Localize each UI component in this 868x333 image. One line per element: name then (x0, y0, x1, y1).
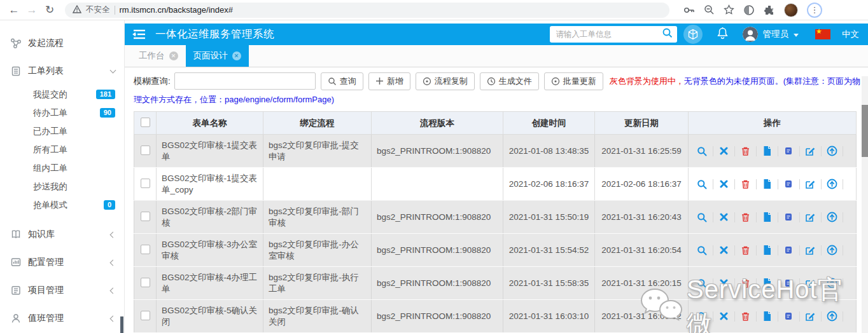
zoom-out-icon[interactable] (704, 4, 715, 15)
delete-trash-icon[interactable] (740, 146, 751, 156)
file-small-icon[interactable] (783, 146, 794, 156)
edit-icon[interactable] (805, 278, 816, 289)
search-icon (328, 77, 337, 86)
browser-forward-icon[interactable]: → (23, 1, 41, 19)
delete-trash-icon[interactable] (740, 311, 751, 322)
close-x-icon[interactable] (718, 245, 729, 255)
edit-icon[interactable] (805, 245, 816, 255)
process-version-cell: bgs2_PRINTROOM:1:908820 (372, 234, 503, 267)
ticket-search-input[interactable] (556, 30, 662, 39)
sidebar-scrollbar-thumb[interactable] (120, 316, 123, 333)
edit-icon[interactable] (805, 146, 816, 156)
scrollbar-thumb[interactable] (862, 105, 868, 157)
file-small-icon[interactable] (783, 245, 794, 255)
file-icon[interactable] (762, 179, 773, 189)
col-process-version: 流程版本 (372, 112, 503, 135)
delete-trash-icon[interactable] (740, 179, 751, 189)
sidebar-item-knowledge-base[interactable]: 知识库 (0, 221, 124, 248)
row-checkbox[interactable] (141, 311, 150, 320)
close-icon[interactable]: ✕ (232, 51, 241, 60)
sidebar-item-config-mgmt[interactable]: 配置管理 (0, 248, 124, 276)
file-icon[interactable] (762, 245, 773, 255)
view-search-icon[interactable] (697, 311, 708, 322)
close-x-icon[interactable] (718, 179, 729, 189)
publish-up-icon[interactable] (827, 245, 837, 255)
collapse-menu-icon[interactable] (132, 29, 146, 40)
browser-back-icon[interactable]: ← (5, 1, 23, 19)
row-checkbox[interactable] (141, 179, 150, 188)
file-small-icon[interactable] (783, 212, 794, 222)
notification-bell-icon[interactable] (717, 27, 729, 43)
sidebar-item-project-mgmt[interactable]: 项目管理 (0, 276, 124, 304)
view-search-icon[interactable] (697, 212, 708, 222)
row-checkbox[interactable] (141, 146, 150, 155)
close-x-icon[interactable] (718, 311, 729, 322)
view-search-icon[interactable] (697, 146, 708, 156)
close-x-icon[interactable] (718, 278, 729, 289)
extension-circle-icon[interactable] (743, 4, 755, 16)
publish-up-icon[interactable] (827, 311, 837, 322)
browser-menu-icon[interactable]: ⋮ (807, 3, 822, 18)
sidebar-item-cc-to-me[interactable]: 抄送我的 (0, 177, 124, 196)
user-menu[interactable]: 管理员 (743, 27, 799, 42)
row-checkbox[interactable] (141, 212, 150, 221)
delete-trash-icon[interactable] (740, 278, 751, 289)
edit-icon[interactable] (805, 212, 816, 222)
tab-workbench[interactable]: 工作台 ✕ (131, 45, 186, 67)
file-small-icon[interactable] (783, 179, 794, 189)
file-small-icon[interactable] (783, 311, 794, 322)
language-switch[interactable]: 中文 (842, 29, 859, 40)
row-checkbox[interactable] (141, 245, 150, 254)
fuzzy-query-input[interactable] (174, 72, 316, 90)
row-checkbox[interactable] (141, 278, 150, 287)
add-new-button[interactable]: 新增 (368, 72, 410, 90)
file-icon[interactable] (762, 212, 773, 222)
sidebar-item-my-submitted[interactable]: 我提交的 181 (0, 85, 124, 104)
file-icon[interactable] (762, 146, 773, 156)
close-x-icon[interactable] (718, 212, 729, 222)
sidebar-item-group-tickets[interactable]: 组内工单 (0, 159, 124, 177)
cube-apps-icon[interactable] (683, 25, 703, 44)
publish-up-icon[interactable] (827, 278, 837, 289)
tab-page-design[interactable]: 页面设计 ✕ (186, 45, 249, 67)
file-small-icon[interactable] (783, 278, 794, 289)
sidebar-item-todo-tickets[interactable]: 待办工单 90 (0, 104, 124, 122)
publish-up-icon[interactable] (827, 179, 837, 189)
extensions-puzzle-icon[interactable] (764, 4, 775, 16)
view-search-icon[interactable] (697, 245, 708, 255)
sidebar-item-all-tickets[interactable]: 所有工单 (0, 140, 124, 159)
address-bar[interactable]: 不安全 rm.itsmcn.cn/backstage/index# (65, 3, 669, 18)
browser-profile-avatar[interactable] (784, 3, 798, 17)
file-icon[interactable] (762, 278, 773, 289)
book-icon (10, 229, 22, 240)
query-button[interactable]: 查询 (321, 72, 363, 90)
publish-up-icon[interactable] (827, 146, 837, 156)
process-copy-button[interactable]: 流程复制 (416, 72, 475, 90)
search-icon[interactable] (662, 27, 673, 41)
select-all-checkbox[interactable] (141, 118, 150, 127)
publish-up-icon[interactable] (827, 212, 837, 222)
delete-trash-icon[interactable] (740, 245, 751, 255)
edit-icon[interactable] (805, 311, 816, 322)
delete-trash-icon[interactable] (740, 212, 751, 222)
bookmark-star-icon[interactable] (724, 4, 734, 15)
sidebar-item-start-process[interactable]: 发起流程 (0, 29, 124, 57)
browser-reload-icon[interactable]: ↻ (41, 1, 59, 19)
sidebar-item-done-tickets[interactable]: 已办工单 (0, 122, 124, 140)
view-search-icon[interactable] (697, 278, 708, 289)
batch-update-button[interactable]: 批量更新 (544, 72, 603, 90)
form-name-cell: BGS02文印审核-5确认关闭 (157, 300, 263, 333)
updated-date-cell: 2021-01-31 16:20:43 (595, 201, 689, 234)
edit-icon[interactable] (805, 179, 816, 189)
password-key-icon[interactable] (683, 6, 695, 15)
view-search-icon[interactable] (697, 179, 708, 189)
sidebar-item-grab-mode[interactable]: 抢单模式 0 (0, 196, 124, 214)
generate-file-button[interactable]: 生成文件 (480, 72, 539, 90)
file-icon[interactable] (762, 311, 773, 322)
pages-table: 表单名称 绑定流程 流程版本 创建时间 更新日期 操作 BGS02文印审核-1提… (134, 111, 857, 333)
sidebar-item-ticket-list[interactable]: 工单列表 (0, 57, 124, 85)
clock-icon (487, 77, 496, 86)
close-icon[interactable]: ✕ (169, 51, 178, 60)
close-x-icon[interactable] (718, 146, 729, 156)
sidebar-item-duty-mgmt[interactable]: 值班管理 (0, 304, 124, 332)
